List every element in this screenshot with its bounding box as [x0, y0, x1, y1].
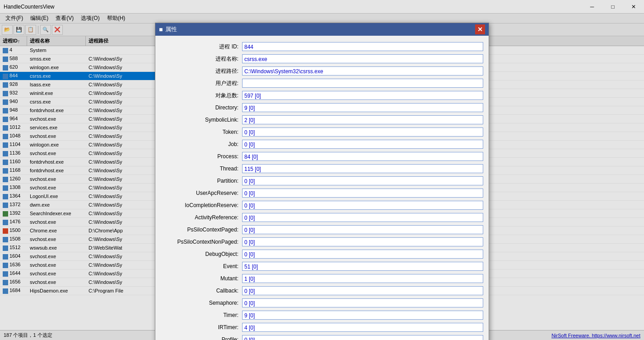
dialog-field-value[interactable]: C:\Windows\System32\csrss.exe [242, 66, 483, 76]
dialog-field-label: IoCompletionReserve: [161, 202, 242, 208]
dialog-field-row: 进程 ID:844 [161, 41, 483, 52]
dialog-field-row: Job:0 [0] [161, 139, 483, 150]
dialog-field-label: PsSiloContextNonPaged: [161, 239, 242, 245]
dialog-field-label: Token: [161, 129, 242, 135]
dialog-field-label: ActivityReference: [161, 214, 242, 221]
dialog-field-row: 进程名称:csrss.exe [161, 53, 483, 64]
dialog-field-value[interactable] [242, 79, 483, 88]
dialog-field-value[interactable]: 0 [0] [242, 128, 483, 137]
dialog-field-value[interactable]: 9 [0] [242, 103, 483, 112]
properties-dialog: ■ 属性 ✕ 进程 ID:844进程名称:csrss.exe进程路径:C:\Wi… [155, 23, 489, 340]
dialog-field-label: Job: [161, 141, 242, 147]
dialog-field-value[interactable]: csrss.exe [242, 54, 483, 63]
dialog-title-bar: ■ 属性 ✕ [155, 23, 489, 36]
dialog-field-row: 用户进程: [161, 78, 483, 89]
dialog-field-row: Partition:0 [0] [161, 175, 483, 186]
dialog-field-row: DebugObject:0 [0] [161, 249, 483, 260]
dialog-field-row: IoCompletionReserve:0 [0] [161, 200, 483, 211]
dialog-field-row: Process:84 [0] [161, 151, 483, 162]
dialog-field-label: 进程路径: [161, 67, 242, 75]
dialog-field-label: Timer: [161, 312, 242, 318]
dialog-field-value[interactable]: 0 [0] [242, 335, 483, 340]
dialog-field-label: 进程名称: [161, 55, 242, 63]
dialog-field-row: Profile:0 [0] [161, 334, 483, 340]
dialog-field-label: 对象总数: [161, 92, 242, 99]
dialog-field-label: Semaphore: [161, 300, 242, 306]
dialog-field-value[interactable]: 0 [0] [242, 176, 483, 185]
dialog-field-label: Profile: [161, 336, 242, 340]
dialog-field-label: SymbolicLink: [161, 117, 242, 123]
dialog-field-row: Callback:0 [0] [161, 285, 483, 296]
dialog-field-value[interactable]: 844 [242, 42, 483, 51]
dialog-field-label: IRTimer: [161, 324, 242, 331]
dialog-field-value[interactable]: 1 [0] [242, 274, 483, 283]
dialog-body: 进程 ID:844进程名称:csrss.exe进程路径:C:\Windows\S… [155, 36, 489, 340]
dialog-overlay: ■ 属性 ✕ 进程 ID:844进程名称:csrss.exe进程路径:C:\Wi… [0, 0, 644, 340]
dialog-field-row: Token:0 [0] [161, 127, 483, 137]
dialog-field-value[interactable]: 597 [0] [242, 91, 483, 100]
dialog-field-row: Mutant:1 [0] [161, 273, 483, 284]
dialog-title-icon: ■ [159, 26, 163, 33]
dialog-field-label: 进程 ID: [161, 43, 242, 51]
dialog-field-row: Thread:115 [0] [161, 163, 483, 174]
dialog-field-value[interactable]: 0 [0] [242, 213, 483, 222]
dialog-field-label: PsSiloContextPaged: [161, 227, 242, 233]
dialog-field-label: Event: [161, 263, 242, 269]
dialog-field-value[interactable]: 84 [0] [242, 152, 483, 161]
dialog-field-row: 进程路径:C:\Windows\System32\csrss.exe [161, 66, 483, 76]
dialog-field-label: Thread: [161, 165, 242, 172]
dialog-field-row: SymbolicLink:2 [0] [161, 114, 483, 125]
dialog-field-value[interactable]: 0 [0] [242, 225, 483, 234]
dialog-field-label: UserApcReserve: [161, 190, 242, 196]
dialog-field-value[interactable]: 0 [0] [242, 189, 483, 198]
dialog-field-value[interactable]: 4 [0] [242, 323, 483, 332]
dialog-field-row: Event:51 [0] [161, 261, 483, 272]
dialog-field-label: Partition: [161, 178, 242, 184]
dialog-field-label: Process: [161, 153, 242, 160]
dialog-field-label: Directory: [161, 104, 242, 111]
dialog-field-row: 对象总数:597 [0] [161, 90, 483, 101]
dialog-field-label: Mutant: [161, 275, 242, 282]
dialog-field-label: Callback: [161, 288, 242, 294]
dialog-field-label: 用户进程: [161, 80, 242, 87]
dialog-field-value[interactable]: 2 [0] [242, 115, 483, 124]
dialog-field-row: PsSiloContextPaged:0 [0] [161, 224, 483, 235]
dialog-field-value[interactable]: 0 [0] [242, 298, 483, 307]
dialog-title-text: 属性 [165, 25, 475, 33]
dialog-close-button[interactable]: ✕ [475, 24, 485, 34]
dialog-field-value[interactable]: 9 [0] [242, 311, 483, 320]
dialog-field-value[interactable]: 0 [0] [242, 140, 483, 149]
dialog-field-label: DebugObject: [161, 251, 242, 257]
dialog-field-row: Directory:9 [0] [161, 102, 483, 113]
dialog-field-value[interactable]: 0 [0] [242, 250, 483, 259]
dialog-field-row: ActivityReference:0 [0] [161, 212, 483, 223]
dialog-field-value[interactable]: 115 [0] [242, 164, 483, 173]
dialog-field-value[interactable]: 51 [0] [242, 262, 483, 271]
dialog-field-value[interactable]: 0 [0] [242, 237, 483, 246]
dialog-field-value[interactable]: 0 [0] [242, 286, 483, 295]
dialog-field-value[interactable]: 0 [0] [242, 201, 483, 210]
dialog-field-row: Semaphore:0 [0] [161, 298, 483, 308]
dialog-field-row: Timer:9 [0] [161, 310, 483, 321]
dialog-field-row: PsSiloContextNonPaged:0 [0] [161, 236, 483, 247]
dialog-field-row: UserApcReserve:0 [0] [161, 188, 483, 198]
dialog-field-row: IRTimer:4 [0] [161, 322, 483, 333]
